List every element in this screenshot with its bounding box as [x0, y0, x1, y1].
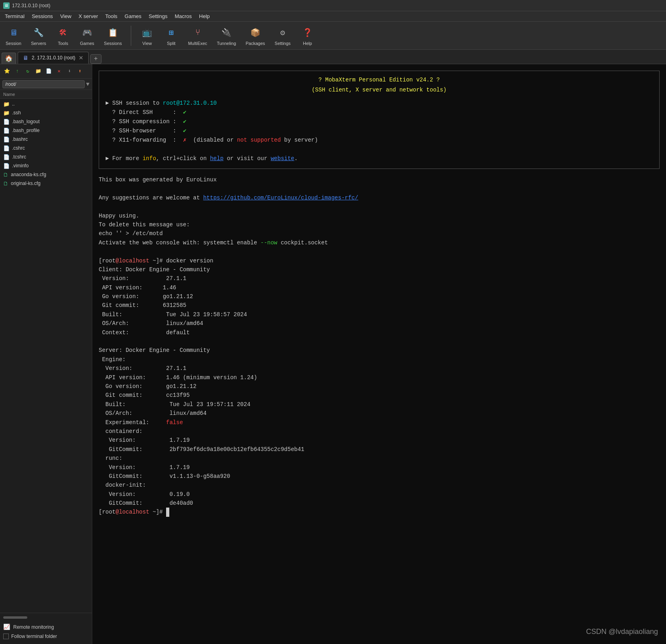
- tunneling-icon: 🔌: [219, 26, 234, 40]
- file-icon: 📄: [3, 154, 10, 160]
- term-line: Git commit: 6312585: [99, 301, 660, 310]
- tunneling-button[interactable]: 🔌 Tunneling: [214, 24, 238, 47]
- follow-folder-row[interactable]: Follow terminal folder: [3, 632, 89, 641]
- split-button[interactable]: ⊞ Split: [162, 24, 181, 47]
- list-item[interactable]: 🗋 original-ks.cfg: [0, 179, 92, 188]
- list-item[interactable]: 📄 .tcshrc: [0, 152, 92, 161]
- term-line: docker-init:: [99, 481, 660, 490]
- remote-monitoring-row[interactable]: 📈 Remote monitoring: [3, 622, 89, 632]
- settings-button[interactable]: ⚙ Settings: [272, 24, 293, 47]
- packages-button[interactable]: 📦 Packages: [243, 24, 267, 47]
- tab-terminal-icon: 🖥: [23, 55, 28, 61]
- games-label: Games: [80, 41, 94, 46]
- infobox-title: ? MobaXterm Personal Edition v24.2 ?: [106, 76, 653, 84]
- term-line: API version: 1.46: [99, 283, 660, 292]
- tab-close-button[interactable]: ✕: [79, 55, 83, 61]
- help-label: Help: [303, 41, 312, 46]
- monitoring-chart-icon: 📈: [3, 624, 10, 630]
- tools-button[interactable]: 🛠 Tools: [53, 24, 73, 47]
- title-bar: 🖥 172.31.0.10 (root): [0, 0, 666, 11]
- term-line: Version: 1.7.19: [99, 436, 660, 445]
- file-icon: 📄: [3, 163, 10, 169]
- sidebar: ⭐ ↑ ↻ 📁 📄 ✕ ⬇ ⬆ ▼ Name 📁 .. 📁 .ssh: [0, 64, 92, 644]
- term-line: OS/Arch: linux/amd64: [99, 319, 660, 328]
- add-tab-button[interactable]: +: [90, 54, 102, 64]
- games-button[interactable]: 🎮 Games: [77, 24, 97, 47]
- menu-tools[interactable]: Tools: [102, 12, 120, 20]
- menu-settings[interactable]: Settings: [146, 12, 171, 20]
- file-icon: 📄: [3, 145, 10, 151]
- menu-help[interactable]: Help: [196, 12, 213, 20]
- home-tab[interactable]: 🏠: [2, 53, 16, 64]
- term-line: GitCommit: 2bf793ef6dc9a18e00cb12efb6435…: [99, 445, 660, 454]
- list-item[interactable]: 🗋 anaconda-ks.cfg: [0, 170, 92, 179]
- term-line: GitCommit: de40ad0: [99, 499, 660, 508]
- session-button[interactable]: 🖥 Session: [3, 24, 24, 47]
- term-line: Server: Docker Engine - Community: [99, 346, 660, 355]
- menu-terminal[interactable]: Terminal: [2, 12, 28, 20]
- path-dropdown-icon[interactable]: ▼: [86, 81, 89, 87]
- sidebar-star-button[interactable]: ⭐: [2, 67, 11, 76]
- monitoring-label: Remote monitoring: [13, 624, 54, 630]
- file-icon: 📄: [3, 119, 10, 125]
- term-line: [99, 202, 660, 211]
- file-name: .ssh: [12, 110, 21, 116]
- sidebar-bottom: 📈 Remote monitoring Follow terminal fold…: [0, 613, 92, 644]
- list-item[interactable]: 📁 .ssh: [0, 108, 92, 117]
- infobox-line-7: ► For more info, ctrl+click on help or v…: [106, 154, 653, 163]
- term-line: To delete this message use:: [99, 220, 660, 229]
- term-line: Version: 1.7.19: [99, 463, 660, 472]
- term-line: Engine:: [99, 355, 660, 364]
- multiexec-button[interactable]: ⑂ MultiExec: [186, 24, 210, 47]
- servers-button[interactable]: 🔧 Servers: [28, 24, 49, 47]
- sidebar-file-button[interactable]: 📄: [44, 67, 53, 76]
- sidebar-download-button[interactable]: ⬇: [65, 67, 74, 76]
- sessions-button[interactable]: 📋 Sessions: [102, 24, 124, 47]
- menu-view[interactable]: View: [57, 12, 75, 20]
- sidebar-refresh-button[interactable]: ↻: [23, 67, 32, 76]
- list-item[interactable]: 📁 ..: [0, 100, 92, 108]
- sidebar-upload-button[interactable]: ⬆: [75, 67, 84, 76]
- active-tab[interactable]: 🖥 2. 172.31.0.10 (root) ✕: [18, 52, 89, 64]
- help-button[interactable]: ❓ Help: [298, 24, 317, 47]
- list-item[interactable]: 📄 .cshrc: [0, 144, 92, 152]
- list-item[interactable]: 📄 .viminfo: [0, 161, 92, 170]
- term-line: [99, 337, 660, 346]
- term-line: Happy using.: [99, 211, 660, 220]
- infobox-line-5: ? X11-forwarding : ✗ (disabled or not su…: [106, 136, 653, 144]
- file-list[interactable]: 📁 .. 📁 .ssh 📄 .bash_logout 📄 .bash_profi…: [0, 99, 92, 613]
- name-column-header: Name: [3, 92, 15, 97]
- sidebar-delete-button[interactable]: ✕: [55, 67, 63, 76]
- list-item[interactable]: 📄 .bashrc: [0, 135, 92, 144]
- menu-xserver[interactable]: X server: [75, 12, 101, 20]
- file-icon: 📄: [3, 128, 10, 134]
- term-line: Version: 27.1.1: [99, 274, 660, 283]
- term-line: Any suggestions are welcome at https://g…: [99, 193, 660, 202]
- term-line: Go version: go1.21.12: [99, 382, 660, 391]
- menu-macros[interactable]: Macros: [171, 12, 195, 20]
- term-line: Git commit: cc13f95: [99, 391, 660, 400]
- menu-games[interactable]: Games: [122, 12, 145, 20]
- sidebar-newfolder-button[interactable]: 📁: [34, 67, 43, 76]
- term-line: Context: default: [99, 328, 660, 337]
- toolbar: 🖥 Session 🔧 Servers 🛠 Tools 🎮 Games 📋 Se…: [0, 22, 666, 50]
- list-item[interactable]: 📄 .bash_logout: [0, 117, 92, 126]
- path-input[interactable]: [2, 80, 85, 88]
- folder-icon: 📁: [3, 101, 10, 107]
- term-line: [99, 247, 660, 256]
- file-name: original-ks.cfg: [11, 181, 41, 186]
- term-line: Experimental: false: [99, 418, 660, 427]
- tab-bar: 🏠 🖥 2. 172.31.0.10 (root) ✕ +: [0, 50, 666, 64]
- folder-icon: 📁: [3, 110, 10, 116]
- menu-sessions[interactable]: Sessions: [28, 12, 56, 20]
- follow-folder-checkbox[interactable]: [3, 634, 9, 639]
- sidebar-up-button[interactable]: ↑: [13, 67, 22, 76]
- split-label: Split: [167, 41, 175, 46]
- view-button[interactable]: 📺 View: [138, 24, 157, 47]
- list-item[interactable]: 📄 .bash_profile: [0, 126, 92, 135]
- resize-handle[interactable]: [3, 616, 27, 619]
- term-line: Built: Tue Jul 23 19:57:11 2024: [99, 400, 660, 409]
- games-icon: 🎮: [80, 26, 94, 40]
- path-bar: ▼: [0, 79, 92, 90]
- terminal-area[interactable]: ? MobaXterm Personal Edition v24.2 ? (SS…: [92, 64, 666, 644]
